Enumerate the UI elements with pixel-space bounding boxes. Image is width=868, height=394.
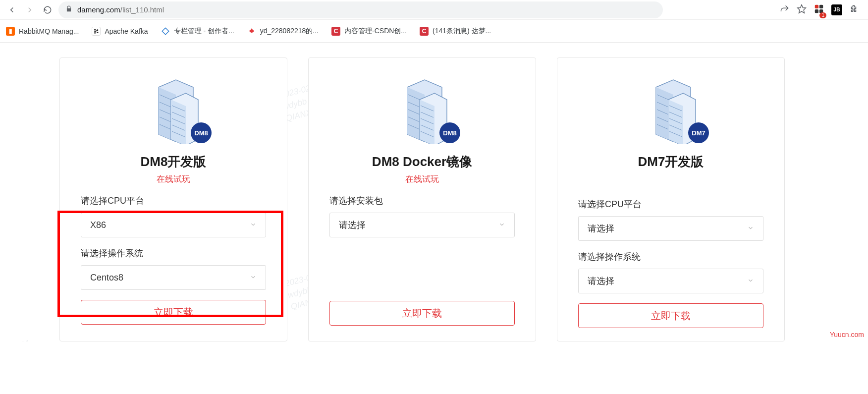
card-subtitle[interactable]: 在线试玩 bbox=[157, 173, 190, 185]
kafka-icon bbox=[92, 27, 101, 36]
os-select[interactable]: 请选择 bbox=[578, 269, 763, 293]
reload-button[interactable] bbox=[41, 3, 54, 17]
chevron-down-icon bbox=[250, 220, 257, 230]
back-button[interactable] bbox=[5, 3, 19, 17]
svg-rect-1 bbox=[815, 4, 818, 8]
card-title: DM8 Docker镜像 bbox=[372, 153, 472, 170]
version-badge: DM8 bbox=[191, 122, 212, 143]
diamond-icon bbox=[161, 27, 170, 36]
card-subtitle[interactable]: 在线试玩 bbox=[405, 173, 439, 185]
version-badge: DM7 bbox=[688, 122, 709, 143]
bookmark-csdn2[interactable]: C (141条消息) 达梦... bbox=[420, 27, 491, 36]
download-button[interactable]: 立即下载 bbox=[329, 301, 515, 326]
db-illustration: DM7 bbox=[639, 75, 703, 144]
badge-count: 1 bbox=[819, 12, 826, 18]
chevron-down-icon bbox=[498, 220, 505, 230]
bookmark-csdn1[interactable]: C 内容管理-CSDN创... bbox=[331, 27, 407, 36]
svg-rect-3 bbox=[815, 9, 818, 12]
url-text: dameng.com/list_110.html bbox=[77, 5, 164, 14]
os-label: 请选择操作系统 bbox=[578, 251, 763, 263]
extension-icon[interactable]: 1 bbox=[814, 3, 824, 16]
jb-extension-icon[interactable]: JB bbox=[831, 4, 842, 15]
forward-button[interactable] bbox=[23, 3, 37, 17]
rabbitmq-icon: ▮ bbox=[6, 27, 15, 36]
share-icon[interactable] bbox=[780, 4, 790, 16]
huawei-icon bbox=[247, 27, 256, 36]
card-dm8-docker: DM8 DM8 Docker镜像 在线试玩 请选择安装包 请选择 立即下载 bbox=[308, 57, 536, 341]
cpu-platform-label: 请选择CPU平台 bbox=[81, 195, 266, 207]
cpu-platform-label: 请选择CPU平台 bbox=[578, 198, 763, 210]
download-cards: DM8 DM8开发版 在线试玩 请选择CPU平台 X86 请选择操作系统 Cen… bbox=[0, 43, 868, 341]
cpu-platform-select[interactable]: X86 bbox=[81, 213, 266, 237]
download-button[interactable]: 立即下载 bbox=[81, 300, 266, 325]
db-illustration: DM8 bbox=[390, 75, 454, 144]
bookmark-column[interactable]: 专栏管理 - 创作者... bbox=[161, 27, 234, 36]
download-button[interactable]: 立即下载 bbox=[578, 303, 763, 328]
card-title: DM7开发版 bbox=[638, 153, 704, 170]
bookmark-star-icon[interactable] bbox=[797, 4, 807, 16]
bookmarks-bar: ▮ RabbitMQ Manag... Apache Kafka 专栏管理 - … bbox=[0, 20, 868, 43]
site-credit: Yuucn.com bbox=[830, 331, 864, 338]
card-dm7-dev: DM7 DM7开发版 请选择CPU平台 请选择 请选择操作系统 请选择 立即下载 bbox=[557, 57, 785, 341]
os-label: 请选择操作系统 bbox=[81, 247, 266, 259]
svg-marker-0 bbox=[798, 4, 806, 13]
svg-rect-2 bbox=[819, 4, 823, 8]
bookmark-kafka[interactable]: Apache Kafka bbox=[92, 27, 148, 36]
address-bar[interactable]: dameng.com/list_110.html bbox=[58, 1, 663, 18]
chevron-down-icon bbox=[747, 224, 754, 234]
bookmark-huawei[interactable]: yd_228082218的... bbox=[247, 27, 319, 36]
version-badge: DM8 bbox=[439, 122, 460, 143]
package-select[interactable]: 请选择 bbox=[329, 213, 515, 237]
package-label: 请选择安装包 bbox=[329, 195, 515, 207]
chevron-down-icon bbox=[747, 276, 754, 286]
csdn-icon: C bbox=[420, 27, 429, 36]
chevron-down-icon bbox=[250, 273, 257, 283]
os-select[interactable]: Centos8 bbox=[81, 265, 266, 290]
cpu-platform-select[interactable]: 请选择 bbox=[578, 216, 763, 241]
db-illustration: DM8 bbox=[141, 75, 206, 144]
card-dm8-dev: DM8 DM8开发版 在线试玩 请选择CPU平台 X86 请选择操作系统 Cen… bbox=[59, 57, 287, 341]
csdn-icon: C bbox=[331, 27, 340, 36]
svg-marker-13 bbox=[162, 28, 169, 35]
extensions-menu-icon[interactable] bbox=[849, 4, 858, 15]
browser-nav-bar: dameng.com/list_110.html 1 JB bbox=[0, 0, 868, 20]
card-title: DM8开发版 bbox=[141, 153, 207, 170]
bookmark-rabbitmq[interactable]: ▮ RabbitMQ Manag... bbox=[6, 27, 79, 36]
lock-icon bbox=[65, 5, 72, 14]
